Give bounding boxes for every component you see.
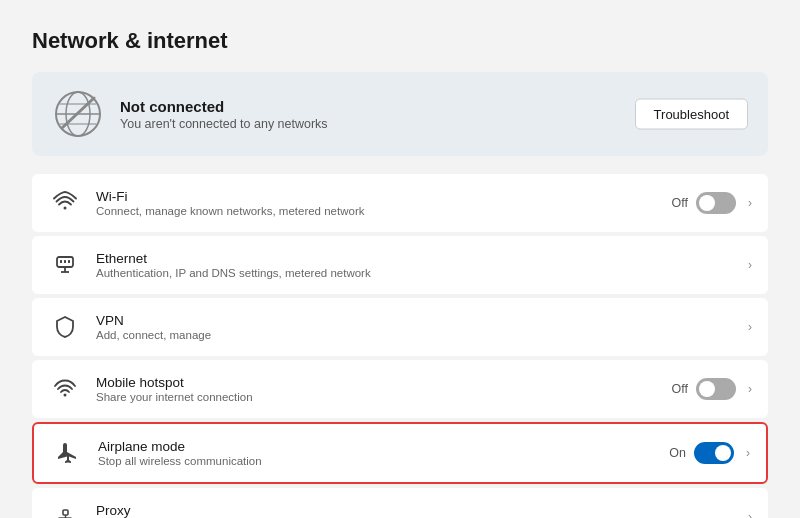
hotspot-toggle-label: Off <box>672 382 688 396</box>
vpn-title: VPN <box>96 313 744 328</box>
svg-rect-11 <box>64 260 66 263</box>
vpn-subtitle: Add, connect, manage <box>96 329 744 341</box>
settings-list: Wi-FiConnect, manage known networks, met… <box>32 174 768 518</box>
hotspot-title: Mobile hotspot <box>96 375 672 390</box>
wifi-toggle-label: Off <box>672 196 688 210</box>
airplane-toggle-label: On <box>669 446 686 460</box>
proxy-chevron: › <box>748 510 752 518</box>
airplane-text: Airplane modeStop all wireless communica… <box>98 439 669 467</box>
svg-rect-15 <box>63 510 68 515</box>
vpn-icon <box>48 310 82 344</box>
vpn-text: VPNAdd, connect, manage <box>96 313 744 341</box>
ethernet-chevron: › <box>748 258 752 272</box>
wifi-title: Wi-Fi <box>96 189 672 204</box>
svg-point-13 <box>64 394 67 397</box>
airplane-title: Airplane mode <box>98 439 669 454</box>
ethernet-title: Ethernet <box>96 251 744 266</box>
proxy-title: Proxy <box>96 503 744 518</box>
svg-rect-12 <box>68 260 70 263</box>
airplane-icon <box>50 436 84 470</box>
wifi-chevron: › <box>748 196 752 210</box>
hotspot-subtitle: Share your internet connection <box>96 391 672 403</box>
hotspot-text: Mobile hotspotShare your internet connec… <box>96 375 672 403</box>
settings-item-proxy[interactable]: ProxyProxy server for Wi-Fi and Ethernet… <box>32 488 768 518</box>
svg-point-6 <box>64 207 67 210</box>
proxy-icon <box>48 500 82 518</box>
hotspot-right: Off› <box>672 378 752 400</box>
troubleshoot-button[interactable]: Troubleshoot <box>635 99 748 130</box>
ethernet-subtitle: Authentication, IP and DNS settings, met… <box>96 267 744 279</box>
network-internet-page: Network & internet Not connected You are… <box>0 0 800 518</box>
vpn-right: › <box>744 320 752 334</box>
page-title: Network & internet <box>32 28 768 54</box>
proxy-right: › <box>744 510 752 518</box>
no-connection-icon <box>52 88 104 140</box>
airplane-right: On› <box>669 442 750 464</box>
wifi-text: Wi-FiConnect, manage known networks, met… <box>96 189 672 217</box>
hotspot-toggle[interactable] <box>696 378 736 400</box>
svg-rect-10 <box>60 260 62 263</box>
settings-item-airplane[interactable]: Airplane modeStop all wireless communica… <box>32 422 768 484</box>
wifi-subtitle: Connect, manage known networks, metered … <box>96 205 672 217</box>
settings-item-wifi[interactable]: Wi-FiConnect, manage known networks, met… <box>32 174 768 232</box>
vpn-chevron: › <box>748 320 752 334</box>
status-banner: Not connected You aren't connected to an… <box>32 72 768 156</box>
wifi-toggle[interactable] <box>696 192 736 214</box>
wifi-icon <box>48 186 82 220</box>
settings-item-vpn[interactable]: VPNAdd, connect, manage› <box>32 298 768 356</box>
airplane-chevron: › <box>746 446 750 460</box>
ethernet-right: › <box>744 258 752 272</box>
ethernet-icon <box>48 248 82 282</box>
proxy-text: ProxyProxy server for Wi-Fi and Ethernet… <box>96 503 744 518</box>
hotspot-icon <box>48 372 82 406</box>
ethernet-text: EthernetAuthentication, IP and DNS setti… <box>96 251 744 279</box>
hotspot-chevron: › <box>748 382 752 396</box>
airplane-toggle[interactable] <box>694 442 734 464</box>
settings-item-hotspot[interactable]: Mobile hotspotShare your internet connec… <box>32 360 768 418</box>
airplane-subtitle: Stop all wireless communication <box>98 455 669 467</box>
settings-item-ethernet[interactable]: EthernetAuthentication, IP and DNS setti… <box>32 236 768 294</box>
wifi-right: Off› <box>672 192 752 214</box>
